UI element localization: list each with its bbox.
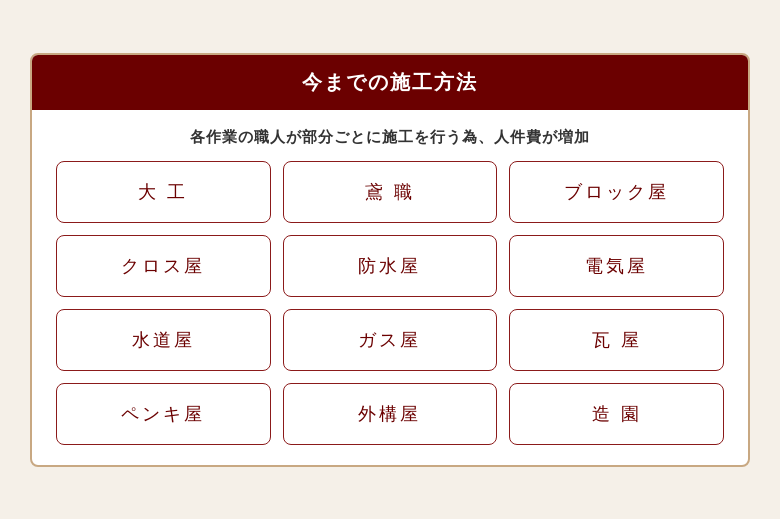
main-card: 今までの施工方法 各作業の職人が部分ごとに施工を行う為、人件費が増加 大 工鳶 …	[30, 53, 750, 467]
header-title: 今までの施工方法	[302, 71, 478, 93]
subtitle-text: 各作業の職人が部分ごとに施工を行う為、人件費が増加	[32, 110, 748, 161]
grid-item: 大 工	[56, 161, 271, 223]
occupation-grid: 大 工鳶 職ブロック屋クロス屋防水屋電気屋水道屋ガス屋瓦 屋ペンキ屋外構屋造 園	[32, 161, 748, 445]
grid-item: 瓦 屋	[509, 309, 724, 371]
grid-item: クロス屋	[56, 235, 271, 297]
grid-item: 鳶 職	[283, 161, 498, 223]
grid-item: ペンキ屋	[56, 383, 271, 445]
grid-item: ガス屋	[283, 309, 498, 371]
grid-item: 水道屋	[56, 309, 271, 371]
grid-item: 造 園	[509, 383, 724, 445]
card-header: 今までの施工方法	[32, 55, 748, 110]
grid-item: ブロック屋	[509, 161, 724, 223]
grid-item: 外構屋	[283, 383, 498, 445]
grid-item: 電気屋	[509, 235, 724, 297]
grid-item: 防水屋	[283, 235, 498, 297]
